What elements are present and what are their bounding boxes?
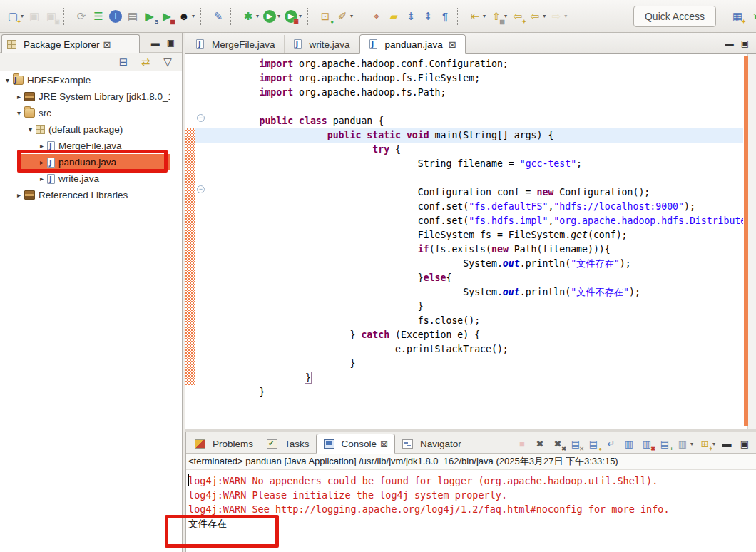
open-element-button[interactable]: ⊡● <box>317 7 334 26</box>
code-line-6[interactable]: public static void main(String[] args) { <box>195 128 743 143</box>
build-working-set-button[interactable]: ☰ <box>90 7 107 26</box>
new-wizard-button[interactable]: ▢✦▾ <box>4 7 26 26</box>
tree-item-hdfsexample[interactable]: ▾HDFSExample <box>0 72 170 88</box>
code-line-11[interactable]: conf.set("fs.defaultFS","hdfs://localhos… <box>195 200 743 214</box>
link-with-editor-button[interactable]: ⇄ <box>137 53 154 71</box>
console-tab-console[interactable]: Console⊠ <box>316 434 395 454</box>
back-history-button[interactable]: ⇦▾ <box>526 7 548 26</box>
tree-item-write-java[interactable]: ▸write.java <box>0 170 170 187</box>
debug-dropdown-icon[interactable]: ▾ <box>256 13 259 19</box>
code-line-10[interactable]: Configuration conf = new Configuration()… <box>195 185 743 200</box>
run-dropdown-icon[interactable]: ▾ <box>277 13 280 19</box>
expand-arrow-icon[interactable]: ▸ <box>14 93 24 101</box>
back-to-last-edit-button[interactable]: ⇦✦ <box>509 7 526 26</box>
view-menu-button[interactable]: ▽ <box>159 53 176 71</box>
code-line-16[interactable]: }else{ <box>195 271 743 285</box>
code-line-23[interactable]: } <box>195 371 743 385</box>
show-console-stderr-button[interactable]: ▥✖ <box>638 434 655 453</box>
close-view-icon[interactable]: ⊠ <box>103 39 111 50</box>
close-tab-icon[interactable]: ⊠ <box>380 439 388 449</box>
mark-occurrences-button[interactable]: ✎ <box>210 7 227 26</box>
open-console-button[interactable]: ⊞✦▾ <box>696 434 717 453</box>
run-external-tools-button[interactable]: ▶▦▾ <box>282 7 304 26</box>
minimize-editor-icon[interactable]: ▬ <box>725 39 734 48</box>
run-snippet-button[interactable]: ▶S <box>141 7 158 26</box>
run-button[interactable]: ▶▾ <box>261 7 282 26</box>
format-brush-dropdown-icon[interactable]: ▾ <box>350 13 353 19</box>
maximize-editor-icon[interactable]: ▣ <box>741 39 749 48</box>
show-whitespace-button[interactable]: ¶ <box>436 7 454 26</box>
maximize-view-icon[interactable]: ▣ <box>167 38 175 48</box>
maximize-view-button[interactable]: ▣ <box>736 434 753 453</box>
forward-history-dropdown-icon[interactable]: ▾ <box>564 13 567 19</box>
show-console-stdout-button[interactable]: ▥ <box>620 434 638 453</box>
code-line-2[interactable]: import org.apache.hadoop.fs.FileSystem; <box>195 71 743 86</box>
display-selected-console-button[interactable]: ▥▾ <box>674 434 695 453</box>
code-line-5[interactable]: public class panduan { <box>195 114 743 128</box>
pin-editor-button[interactable]: ⌖ <box>368 7 385 26</box>
code-line-18[interactable]: } <box>195 300 743 314</box>
tree-item-src[interactable]: ▾src <box>0 105 170 121</box>
code-editor[interactable]: − − import org.apache.hadoop.conf.Config… <box>185 54 756 429</box>
open-perspective-button[interactable]: ▦✦ <box>729 7 746 26</box>
expand-arrow-icon[interactable]: ▾ <box>14 109 24 117</box>
console-tab-navigator[interactable]: Navigator <box>395 435 468 453</box>
quick-access-button[interactable]: Quick Access <box>633 6 716 27</box>
remove-launch-button[interactable]: ✖ <box>531 434 548 453</box>
editor-tab-panduan-java[interactable]: panduan.java⊠ <box>359 34 466 54</box>
run-table-button[interactable]: ▶▦ <box>158 7 175 26</box>
user-profile-dropdown-icon[interactable]: ▾ <box>192 13 195 19</box>
tree-item-default-package[interactable]: ▾(default package) <box>0 121 170 138</box>
code-line-21[interactable]: e.printStackTrace(); <box>195 342 743 357</box>
go-to-line-button[interactable]: ⇧▤▾ <box>488 7 509 26</box>
word-wrap-button[interactable]: ↵ <box>603 434 620 453</box>
next-annotation-button[interactable]: ⇟ <box>402 7 419 26</box>
tree-item-jre-system-library-jdk1-8-0-1[interactable]: ▸JRE System Library [jdk1.8.0_1 <box>0 88 170 105</box>
highlight-marker-button[interactable]: ▰ <box>385 7 402 26</box>
minimize-view-button[interactable]: ▬ <box>718 434 735 453</box>
remove-all-launches-button[interactable]: ✖✖ <box>549 434 566 453</box>
display-selected-console-dropdown-icon[interactable]: ▾ <box>690 441 693 447</box>
editor-tab-write-java[interactable]: write.java <box>285 35 359 53</box>
tree-item-referenced-libraries[interactable]: ▸Referenced Libraries <box>0 187 170 203</box>
code-line-13[interactable]: FileSystem fs = FileSystem.get(conf); <box>195 228 743 242</box>
minimize-view-icon[interactable]: ▬ <box>151 38 160 48</box>
format-brush-button[interactable]: ✐▾ <box>334 7 355 26</box>
code-line-20[interactable]: } catch (Exception e) { <box>195 328 743 342</box>
code-line-7[interactable]: try { <box>195 143 743 157</box>
pin-console-button[interactable]: ▤+ <box>656 434 673 453</box>
last-edit-location-button[interactable]: ⇤▾ <box>466 7 488 26</box>
package-explorer-tab[interactable]: Package Explorer ⊠ <box>1 34 140 53</box>
code-line-15[interactable]: System.out.println("文件存在"); <box>195 257 743 271</box>
overview-ruler[interactable] <box>747 54 756 429</box>
code-line-9[interactable] <box>195 171 743 185</box>
code-line-17[interactable]: System.out.println("文件不存在"); <box>195 285 743 300</box>
code-line-4[interactable] <box>195 100 743 114</box>
code-line-1[interactable]: import org.apache.hadoop.conf.Configurat… <box>195 57 743 71</box>
expand-arrow-icon[interactable]: ▾ <box>3 76 12 84</box>
project-tree[interactable]: ▾HDFSExample▸JRE System Library [jdk1.8.… <box>0 71 170 203</box>
code-line-8[interactable]: String filename = "gcc-test"; <box>195 157 743 171</box>
code-line-14[interactable]: if(fs.exists(new Path(filename))){ <box>195 242 743 257</box>
console-tab-tasks[interactable]: Tasks <box>260 435 316 453</box>
sync-button[interactable]: ⟳ <box>73 7 90 26</box>
expand-arrow-icon[interactable]: ▸ <box>14 191 24 199</box>
code-line-3[interactable]: import org.apache.hadoop.fs.Path; <box>195 86 743 100</box>
code-line-12[interactable]: conf.set("fs.hdfs.impl","org.apache.hado… <box>195 214 743 228</box>
debug-button[interactable]: ✱▾ <box>240 7 261 26</box>
editor-tab-mergefile-java[interactable]: MergeFile.java <box>187 35 285 53</box>
back-history-dropdown-icon[interactable]: ▾ <box>543 13 546 19</box>
code-line-22[interactable]: } <box>195 357 743 371</box>
run-external-tools-dropdown-icon[interactable]: ▾ <box>299 13 302 19</box>
previous-annotation-button[interactable]: ⇞ <box>419 7 436 26</box>
close-tab-icon[interactable]: ⊠ <box>449 39 456 50</box>
user-profile-button[interactable]: ☻▾ <box>175 7 197 26</box>
expand-arrow-icon[interactable]: ▸ <box>37 175 46 183</box>
last-edit-location-dropdown-icon[interactable]: ▾ <box>483 13 486 19</box>
expand-arrow-icon[interactable]: ▸ <box>37 142 46 150</box>
console-tab-problems[interactable]: Problems <box>188 435 260 453</box>
code-line-19[interactable]: fs.close(); <box>195 314 743 328</box>
scroll-lock-button[interactable]: ▤● <box>585 434 602 453</box>
outline-button[interactable]: ▤ <box>124 7 141 26</box>
collapse-all-button[interactable]: ⊟ <box>115 53 132 71</box>
